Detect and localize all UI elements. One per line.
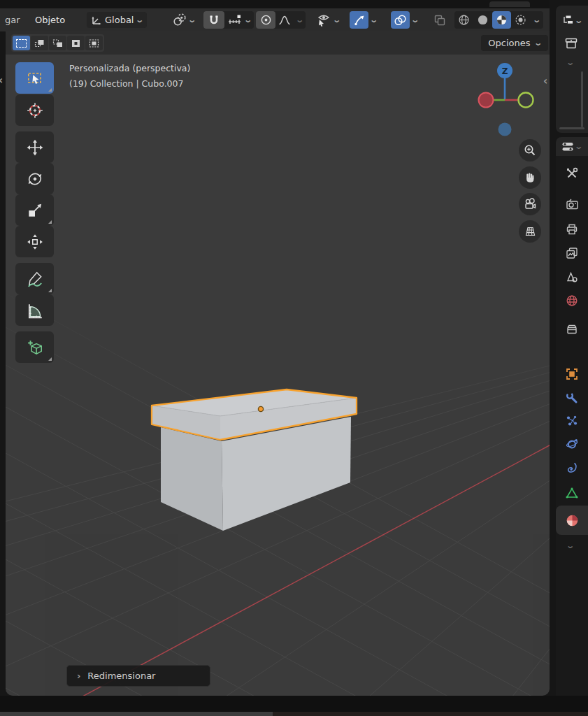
output-tab-icon bbox=[566, 223, 578, 236]
overlays-toggle[interactable] bbox=[391, 11, 410, 29]
transform-orientation-dropdown[interactable]: Global ⌄ bbox=[87, 12, 147, 28]
left-region-collapse-icon[interactable]: ‹ bbox=[0, 74, 3, 87]
xray-icon bbox=[433, 14, 446, 27]
outliner-vertical-scrollbar[interactable] bbox=[581, 71, 583, 127]
chevron-right-icon: › bbox=[77, 671, 80, 681]
zoom-icon bbox=[524, 144, 536, 157]
modifiers-wrench-tab-icon bbox=[566, 392, 578, 404]
select-mode-extend[interactable] bbox=[31, 36, 48, 50]
tab-tool[interactable] bbox=[556, 162, 588, 185]
snap-toggle[interactable] bbox=[203, 11, 224, 29]
gizmos-dropdown-chevron[interactable]: ⌄ bbox=[369, 16, 378, 24]
tab-particles[interactable] bbox=[556, 409, 588, 433]
tab-output[interactable] bbox=[556, 217, 588, 241]
tool-measure[interactable] bbox=[15, 294, 54, 326]
menu-add-partial[interactable]: gar bbox=[5, 8, 20, 31]
tab-modifiers[interactable] bbox=[556, 386, 588, 410]
cube-object[interactable] bbox=[152, 389, 357, 531]
tab-render[interactable] bbox=[556, 192, 588, 216]
show-gizmos-dropdown[interactable]: ⌄ bbox=[316, 13, 340, 27]
wireframe-sphere-icon bbox=[458, 14, 470, 26]
xray-toggle[interactable] bbox=[430, 11, 449, 29]
operator-panel-redimensionar[interactable]: › Redimensionar bbox=[66, 665, 210, 687]
gizmo-visibility-icon bbox=[316, 13, 331, 27]
tab-object-data[interactable] bbox=[556, 481, 588, 505]
tool-cursor[interactable] bbox=[15, 94, 54, 126]
properties-icon bbox=[561, 141, 574, 152]
shading-dropdown-chevron[interactable]: ⌄ bbox=[527, 16, 546, 24]
active-object-breadcrumb: (19) Collection | Cubo.007 bbox=[69, 78, 183, 89]
collection-tab-icon bbox=[566, 323, 578, 336]
select-extend-icon bbox=[34, 39, 45, 48]
proportional-editing-toggle[interactable] bbox=[256, 11, 275, 29]
pivot-point-dropdown[interactable]: ⌄ bbox=[173, 13, 195, 27]
scene-tab-icon bbox=[566, 271, 578, 284]
tab-material[interactable] bbox=[556, 506, 588, 535]
select-mode-subtract[interactable] bbox=[49, 36, 66, 50]
operator-panel-label: Redimensionar bbox=[87, 671, 155, 681]
select-set-icon bbox=[16, 39, 27, 48]
camera-icon bbox=[524, 198, 537, 210]
rotate-icon bbox=[26, 170, 44, 188]
tool-select-box[interactable] bbox=[15, 62, 54, 94]
select-mode-intersect[interactable] bbox=[85, 36, 103, 50]
properties-more-chevron[interactable]: ⌄ bbox=[566, 542, 575, 550]
object-tab-icon bbox=[566, 368, 578, 380]
add-cube-icon bbox=[26, 338, 44, 357]
tab-object[interactable] bbox=[556, 362, 588, 386]
properties-editor-type-dropdown[interactable]: ⌄ bbox=[556, 137, 588, 156]
chevron-down-icon: ⌄ bbox=[187, 16, 196, 24]
outliner-tree-icon bbox=[561, 14, 574, 27]
select-mode-invert[interactable] bbox=[67, 36, 85, 50]
tool-transform[interactable] bbox=[15, 226, 54, 257]
shading-material-button[interactable] bbox=[492, 11, 511, 29]
viewport-3d[interactable] bbox=[6, 55, 550, 696]
tool-annotate[interactable] bbox=[15, 263, 54, 294]
statusbar-edge-right bbox=[273, 712, 588, 716]
options-dropdown[interactable]: Opciones ⌄ bbox=[481, 35, 548, 51]
outliner-editor-type-dropdown[interactable]: ⌄ bbox=[561, 14, 582, 27]
gizmo-x-ball[interactable] bbox=[479, 93, 494, 108]
view-layer-tab-icon bbox=[566, 247, 578, 259]
outliner-filter-button[interactable] bbox=[564, 36, 578, 50]
gizmos-toggle[interactable] bbox=[350, 11, 368, 29]
outliner-horizontal-scrollbar[interactable] bbox=[559, 127, 585, 129]
select-mode-set[interactable] bbox=[13, 36, 30, 50]
tab-collection[interactable] bbox=[556, 317, 588, 341]
tool-settings-row: Opciones ⌄ bbox=[6, 31, 550, 55]
sidebar-collapse-icon[interactable]: ‹ bbox=[543, 75, 547, 87]
properties-panel: ⌄ bbox=[556, 137, 588, 709]
zoom-button[interactable] bbox=[519, 139, 541, 162]
menu-object[interactable]: Objeto bbox=[35, 8, 65, 31]
outliner-panel: ⌄ ⌄ bbox=[556, 6, 588, 133]
overlays-dropdown-chevron[interactable]: ⌄ bbox=[410, 16, 420, 24]
tab-scene[interactable] bbox=[556, 266, 588, 289]
tool-add-cube[interactable] bbox=[15, 331, 54, 363]
tab-world[interactable] bbox=[556, 289, 588, 313]
gizmo-z-negative-ball[interactable] bbox=[499, 123, 512, 136]
pan-button[interactable] bbox=[519, 166, 541, 189]
chevron-down-icon: ⌄ bbox=[243, 16, 252, 24]
tool-move[interactable] bbox=[15, 131, 54, 163]
shading-group: ⌄ bbox=[454, 11, 543, 29]
snap-group: ⌄ bbox=[203, 11, 254, 29]
material-tab-icon bbox=[566, 514, 579, 527]
tool-scale[interactable] bbox=[15, 194, 54, 226]
shading-wireframe-button[interactable] bbox=[454, 11, 473, 29]
shading-solid-button[interactable] bbox=[473, 11, 492, 29]
select-invert-icon bbox=[71, 39, 81, 48]
navigation-gizmo[interactable]: Z bbox=[475, 62, 540, 144]
tab-constraints[interactable] bbox=[556, 456, 588, 480]
snap-target-dropdown[interactable]: ⌄ bbox=[224, 14, 254, 27]
gizmo-y-ball[interactable] bbox=[519, 93, 533, 108]
tool-rotate[interactable] bbox=[15, 163, 54, 194]
rendered-sphere-icon bbox=[515, 14, 526, 26]
physics-tab-icon bbox=[566, 438, 578, 450]
outliner-expand-chevron[interactable]: ⌄ bbox=[566, 59, 575, 66]
tab-view-layer[interactable] bbox=[556, 241, 588, 265]
chevron-down-icon[interactable]: ⌄ bbox=[292, 16, 308, 24]
camera-view-button[interactable] bbox=[519, 193, 541, 215]
options-label: Opciones bbox=[488, 38, 530, 48]
tab-physics[interactable] bbox=[556, 432, 588, 456]
toggle-perspective-button[interactable] bbox=[519, 220, 541, 243]
